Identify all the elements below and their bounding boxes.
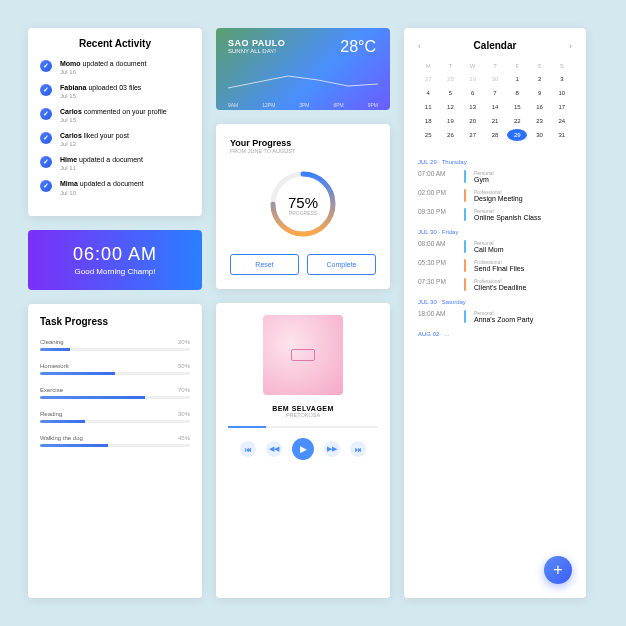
calendar-day[interactable]: 12 xyxy=(440,101,460,113)
calendar-dow: F xyxy=(507,61,527,71)
calendar-dow: W xyxy=(463,61,483,71)
calendar-day[interactable]: 27 xyxy=(463,129,483,141)
task-percent: 30% xyxy=(178,411,190,417)
task-item: Exercise 70% xyxy=(40,387,190,399)
next-month-button[interactable]: › xyxy=(569,41,572,51)
complete-button[interactable]: Complete xyxy=(307,254,376,275)
prev-button[interactable]: ⏮ xyxy=(240,441,256,457)
event-category-bar xyxy=(464,208,466,221)
calendar-day[interactable]: 23 xyxy=(529,115,549,127)
event-title: Call Mom xyxy=(474,246,504,253)
event-item[interactable]: 07:00 AM Personal Gym xyxy=(418,170,572,183)
calendar-day[interactable]: 4 xyxy=(418,87,438,99)
prev-month-button[interactable]: ‹ xyxy=(418,41,421,51)
task-bar xyxy=(40,396,190,399)
activity-item: Momo updated a document Jul 16 xyxy=(40,59,190,75)
event-date-header: JUL 29 · Thursday xyxy=(418,159,572,165)
weather-chart xyxy=(228,70,378,98)
calendar-day[interactable]: 3 xyxy=(552,73,572,85)
rewind-button[interactable]: ◀◀ xyxy=(266,441,282,457)
calendar-day[interactable]: 1 xyxy=(507,73,527,85)
reset-button[interactable]: Reset xyxy=(230,254,299,275)
calendar-day[interactable]: 28 xyxy=(485,129,505,141)
event-item[interactable]: 09:30 PM Personal Online Spanish Class xyxy=(418,208,572,221)
calendar-day[interactable]: 10 xyxy=(552,87,572,99)
activity-date: Jul 16 xyxy=(60,69,146,75)
calendar-day[interactable]: 6 xyxy=(463,87,483,99)
calendar-day[interactable]: 30 xyxy=(529,129,549,141)
calendar-day[interactable]: 26 xyxy=(440,129,460,141)
event-time: 07:30 PM xyxy=(418,278,456,291)
task-percent: 20% xyxy=(178,339,190,345)
calendar-day[interactable]: 18 xyxy=(418,115,438,127)
event-item[interactable]: 07:30 PM Professional Client's Deadline xyxy=(418,278,572,291)
event-title: Design Meeting xyxy=(474,195,523,202)
weather-hour: 9AM xyxy=(228,102,238,108)
calendar-dow: M xyxy=(418,61,438,71)
event-time: 07:00 AM xyxy=(418,170,456,183)
calendar-day[interactable]: 8 xyxy=(507,87,527,99)
track-artist: PRETOKOSA xyxy=(228,412,378,418)
calendar-day[interactable]: 14 xyxy=(485,101,505,113)
task-name: Cleaning xyxy=(40,339,64,345)
calendar-day[interactable]: 28 xyxy=(440,73,460,85)
calendar-day[interactable]: 21 xyxy=(485,115,505,127)
calendar-day[interactable]: 20 xyxy=(463,115,483,127)
calendar-day[interactable]: 29 xyxy=(463,73,483,85)
calendar-day[interactable]: 24 xyxy=(552,115,572,127)
calendar-day[interactable]: 17 xyxy=(552,101,572,113)
event-item[interactable]: 18:00 AM Personal Anna's Zoom Party xyxy=(418,310,572,323)
check-icon xyxy=(40,156,52,168)
next-button[interactable]: ⏭ xyxy=(350,441,366,457)
play-button[interactable]: ▶ xyxy=(292,438,314,460)
weather-hour: 9PM xyxy=(368,102,378,108)
event-time: 09:30 PM xyxy=(418,208,456,221)
calendar-day[interactable]: 13 xyxy=(463,101,483,113)
event-category-bar xyxy=(464,189,466,202)
weather-temp: 28°C xyxy=(340,38,376,56)
calendar-day[interactable]: 27 xyxy=(418,73,438,85)
calendar-day[interactable]: 25 xyxy=(418,129,438,141)
activity-item: Carlos commented on your profile Jul 15 xyxy=(40,107,190,123)
task-name: Exercise xyxy=(40,387,63,393)
task-name: Homework xyxy=(40,363,69,369)
activity-text: Hime updated a document xyxy=(60,155,143,164)
event-category-bar xyxy=(464,170,466,183)
calendar-day[interactable]: 9 xyxy=(529,87,549,99)
event-category-bar xyxy=(464,278,466,291)
event-item[interactable]: 05:30 PM Professional Send Final Files xyxy=(418,259,572,272)
event-item[interactable]: 08:00 AM Personal Call Mom xyxy=(418,240,572,253)
calendar-dow: S xyxy=(529,61,549,71)
activity-text: Carlos liked your post xyxy=(60,131,129,140)
event-item[interactable]: 02:00 PM Professional Design Meeting xyxy=(418,189,572,202)
progress-percent: 75% xyxy=(288,194,318,211)
calendar-day[interactable]: 31 xyxy=(552,129,572,141)
music-player-card: BEM SELVAGEM PRETOKOSA ⏮ ◀◀ ▶ ▶▶ ⏭ xyxy=(216,303,390,598)
greeting-message: Good Morning Champ! xyxy=(42,267,188,276)
calendar-day[interactable]: 16 xyxy=(529,101,549,113)
greeting-card: 06:00 AM Good Morning Champ! xyxy=(28,230,202,290)
check-icon xyxy=(40,132,52,144)
calendar-day[interactable]: 2 xyxy=(529,73,549,85)
event-date-header: JUL 30 · Saturday xyxy=(418,299,572,305)
calendar-day[interactable]: 11 xyxy=(418,101,438,113)
activity-item: Hime updated a document Jul 11 xyxy=(40,155,190,171)
add-event-button[interactable]: + xyxy=(544,556,572,584)
progress-card: Your Progress FROM JUNE TO AUGUST 75% PR… xyxy=(216,124,390,289)
calendar-day[interactable]: 7 xyxy=(485,87,505,99)
task-bar xyxy=(40,444,190,447)
calendar-dow: S xyxy=(552,61,572,71)
activity-item: Carlos liked your post Jul 12 xyxy=(40,131,190,147)
calendar-day[interactable]: 15 xyxy=(507,101,527,113)
calendar-day[interactable]: 29 xyxy=(507,129,527,141)
activity-title: Recent Activity xyxy=(40,38,190,49)
forward-button[interactable]: ▶▶ xyxy=(324,441,340,457)
calendar-day[interactable]: 22 xyxy=(507,115,527,127)
calendar-day[interactable]: 19 xyxy=(440,115,460,127)
calendar-day[interactable]: 5 xyxy=(440,87,460,99)
event-title: Client's Deadline xyxy=(474,284,526,291)
seek-bar[interactable] xyxy=(228,426,378,428)
calendar-day[interactable]: 30 xyxy=(485,73,505,85)
event-category-bar xyxy=(464,259,466,272)
event-title: Online Spanish Class xyxy=(474,214,541,221)
